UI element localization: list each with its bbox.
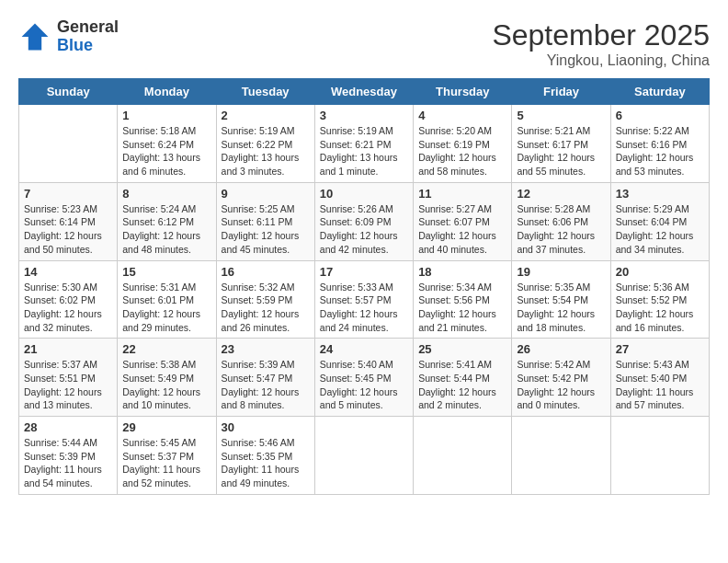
calendar-week-4: 21Sunrise: 5:37 AM Sunset: 5:51 PM Dayli… [19,339,710,417]
calendar-cell: 15Sunrise: 5:31 AM Sunset: 6:01 PM Dayli… [118,260,216,339]
day-info: Sunrise: 5:25 AM Sunset: 6:11 PM Dayligh… [222,202,310,257]
column-header-wednesday: Wednesday [314,79,413,105]
day-number: 23 [222,342,310,356]
day-info: Sunrise: 5:37 AM Sunset: 5:51 PM Dayligh… [24,358,112,412]
day-number: 6 [616,109,704,122]
day-number: 19 [517,265,605,279]
calendar-cell [610,417,709,495]
logo-icon [18,20,51,53]
day-info: Sunrise: 5:46 AM Sunset: 5:35 PM Dayligh… [222,436,310,490]
day-number: 15 [122,265,210,279]
day-info: Sunrise: 5:32 AM Sunset: 5:59 PM Dayligh… [222,281,310,335]
calendar-cell: 20Sunrise: 5:36 AM Sunset: 5:52 PM Dayli… [610,260,709,339]
day-info: Sunrise: 5:27 AM Sunset: 6:07 PM Dayligh… [418,202,506,257]
calendar-cell: 1Sunrise: 5:18 AM Sunset: 6:24 PM Daylig… [118,105,216,183]
column-header-thursday: Thursday [414,79,512,105]
day-number: 10 [320,187,408,201]
calendar-cell: 29Sunrise: 5:45 AM Sunset: 5:37 PM Dayli… [118,417,216,495]
day-number: 26 [517,342,605,356]
calendar-cell: 4Sunrise: 5:20 AM Sunset: 6:19 PM Daylig… [414,105,512,183]
calendar-subtitle: Yingkou, Liaoning, China [492,52,710,69]
day-info: Sunrise: 5:24 AM Sunset: 6:12 PM Dayligh… [122,202,210,257]
calendar-cell: 24Sunrise: 5:40 AM Sunset: 5:45 PM Dayli… [314,339,413,417]
day-info: Sunrise: 5:40 AM Sunset: 5:45 PM Dayligh… [320,358,408,412]
day-number: 14 [24,265,112,279]
day-info: Sunrise: 5:41 AM Sunset: 5:44 PM Dayligh… [418,358,506,412]
day-info: Sunrise: 5:21 AM Sunset: 6:17 PM Dayligh… [517,124,605,178]
column-header-tuesday: Tuesday [216,79,314,105]
day-number: 25 [418,342,506,356]
day-info: Sunrise: 5:39 AM Sunset: 5:47 PM Dayligh… [222,358,310,412]
day-number: 22 [122,342,210,356]
page-header: General Blue September 2025 Yingkou, Lia… [18,18,710,69]
calendar-cell [512,417,610,495]
day-info: Sunrise: 5:45 AM Sunset: 5:37 PM Dayligh… [122,436,210,490]
column-header-sunday: Sunday [19,79,118,105]
day-number: 1 [122,109,210,122]
day-number: 11 [418,187,506,201]
calendar-cell: 21Sunrise: 5:37 AM Sunset: 5:51 PM Dayli… [19,339,118,417]
calendar-cell: 13Sunrise: 5:29 AM Sunset: 6:04 PM Dayli… [610,182,709,260]
calendar-week-5: 28Sunrise: 5:44 AM Sunset: 5:39 PM Dayli… [19,417,710,495]
day-number: 24 [320,342,408,356]
calendar-cell: 2Sunrise: 5:19 AM Sunset: 6:22 PM Daylig… [216,105,314,183]
calendar-week-3: 14Sunrise: 5:30 AM Sunset: 6:02 PM Dayli… [19,260,710,339]
day-number: 17 [320,265,408,279]
day-info: Sunrise: 5:28 AM Sunset: 6:06 PM Dayligh… [517,202,605,257]
day-number: 2 [222,109,310,122]
day-number: 21 [24,342,112,356]
calendar-cell [19,105,118,183]
calendar-cell: 19Sunrise: 5:35 AM Sunset: 5:54 PM Dayli… [512,260,610,339]
calendar-cell: 3Sunrise: 5:19 AM Sunset: 6:21 PM Daylig… [314,105,413,183]
day-info: Sunrise: 5:26 AM Sunset: 6:09 PM Dayligh… [320,202,408,257]
calendar-cell: 9Sunrise: 5:25 AM Sunset: 6:11 PM Daylig… [216,182,314,260]
calendar-cell [414,417,512,495]
day-info: Sunrise: 5:20 AM Sunset: 6:19 PM Dayligh… [418,124,506,178]
calendar-cell: 16Sunrise: 5:32 AM Sunset: 5:59 PM Dayli… [216,260,314,339]
day-info: Sunrise: 5:35 AM Sunset: 5:54 PM Dayligh… [517,281,605,335]
calendar-cell: 12Sunrise: 5:28 AM Sunset: 6:06 PM Dayli… [512,182,610,260]
logo-text: General Blue [57,18,119,55]
day-info: Sunrise: 5:22 AM Sunset: 6:16 PM Dayligh… [616,124,704,178]
calendar-week-2: 7Sunrise: 5:23 AM Sunset: 6:14 PM Daylig… [19,182,710,260]
day-info: Sunrise: 5:30 AM Sunset: 6:02 PM Dayligh… [24,281,112,335]
calendar-table: SundayMondayTuesdayWednesdayThursdayFrid… [18,78,710,495]
calendar-cell: 27Sunrise: 5:43 AM Sunset: 5:40 PM Dayli… [610,339,709,417]
day-info: Sunrise: 5:23 AM Sunset: 6:14 PM Dayligh… [24,202,112,257]
calendar-header-row: SundayMondayTuesdayWednesdayThursdayFrid… [19,79,710,105]
title-block: September 2025 Yingkou, Liaoning, China [492,18,710,69]
calendar-cell: 22Sunrise: 5:38 AM Sunset: 5:49 PM Dayli… [118,339,216,417]
day-number: 29 [122,420,210,434]
svg-marker-0 [22,23,49,50]
day-info: Sunrise: 5:19 AM Sunset: 6:22 PM Dayligh… [222,124,310,178]
day-number: 12 [517,187,605,201]
day-info: Sunrise: 5:19 AM Sunset: 6:21 PM Dayligh… [320,124,408,178]
calendar-cell: 14Sunrise: 5:30 AM Sunset: 6:02 PM Dayli… [19,260,118,339]
day-info: Sunrise: 5:18 AM Sunset: 6:24 PM Dayligh… [122,124,210,178]
calendar-cell: 11Sunrise: 5:27 AM Sunset: 6:07 PM Dayli… [414,182,512,260]
calendar-cell: 30Sunrise: 5:46 AM Sunset: 5:35 PM Dayli… [216,417,314,495]
day-info: Sunrise: 5:29 AM Sunset: 6:04 PM Dayligh… [616,202,704,257]
day-info: Sunrise: 5:31 AM Sunset: 6:01 PM Dayligh… [122,281,210,335]
day-number: 13 [616,187,704,201]
day-number: 3 [320,109,408,122]
day-number: 30 [222,420,310,434]
day-number: 4 [418,109,506,122]
calendar-cell: 28Sunrise: 5:44 AM Sunset: 5:39 PM Dayli… [19,417,118,495]
calendar-cell: 23Sunrise: 5:39 AM Sunset: 5:47 PM Dayli… [216,339,314,417]
calendar-cell: 18Sunrise: 5:34 AM Sunset: 5:56 PM Dayli… [414,260,512,339]
day-info: Sunrise: 5:44 AM Sunset: 5:39 PM Dayligh… [24,436,112,490]
day-number: 9 [222,187,310,201]
day-info: Sunrise: 5:38 AM Sunset: 5:49 PM Dayligh… [122,358,210,412]
logo: General Blue [18,18,119,55]
logo-line1: General [57,18,119,37]
calendar-week-1: 1Sunrise: 5:18 AM Sunset: 6:24 PM Daylig… [19,105,710,183]
day-number: 18 [418,265,506,279]
column-header-monday: Monday [118,79,216,105]
calendar-title: September 2025 [492,18,710,52]
calendar-cell: 6Sunrise: 5:22 AM Sunset: 6:16 PM Daylig… [610,105,709,183]
calendar-cell [314,417,413,495]
day-number: 7 [24,187,112,201]
day-info: Sunrise: 5:34 AM Sunset: 5:56 PM Dayligh… [418,281,506,335]
calendar-cell: 8Sunrise: 5:24 AM Sunset: 6:12 PM Daylig… [118,182,216,260]
